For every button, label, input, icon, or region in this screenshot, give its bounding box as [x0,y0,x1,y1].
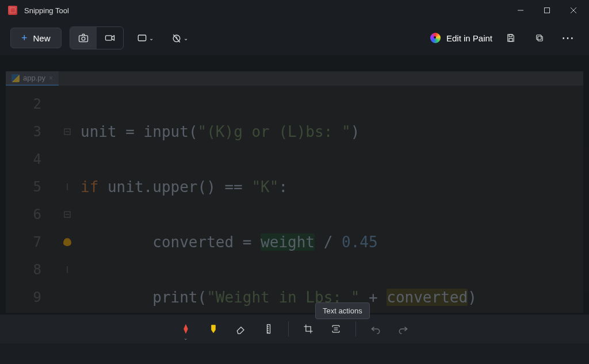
plus-icon: + [21,33,28,43]
line-number: 6 [6,201,41,228]
svg-point-5 [82,37,85,40]
eraser-tool-button[interactable] [228,316,254,342]
canvas-area: app.py × 2 3 4 5 6 7 8 9 [0,55,589,315]
code-text: unit = input("(K)g or (L)bs: ") if unit.… [76,86,583,313]
line-number: 8 [6,256,41,283]
pen-tool-button[interactable]: ⌄ [173,316,198,342]
titlebar: Snipping Tool [0,0,589,21]
save-button[interactable] [500,28,521,48]
edit-in-paint-button[interactable]: Edit in Paint [430,33,492,43]
captured-screenshot[interactable]: app.py × 2 3 4 5 6 7 8 9 [6,71,583,313]
ruler-tool-button[interactable] [256,316,281,342]
snip-shape-button[interactable]: ⌄ [132,27,158,49]
undo-button[interactable] [363,316,388,342]
ellipsis-icon: ⋯ [561,30,575,45]
line-number: 3 [6,118,41,145]
python-file-icon [12,74,20,82]
highlighter-tool-button[interactable] [201,316,226,342]
code-body: 2 3 4 5 6 7 8 9 [6,86,583,313]
svg-rect-12 [538,36,542,41]
gutter-markers [59,86,76,313]
text-actions-button[interactable] [323,316,349,342]
editor-tab-row: app.py × [6,71,583,86]
line-number: 7 [6,228,41,256]
svg-rect-6 [105,36,112,40]
maximize-button[interactable] [534,0,560,21]
delay-button[interactable]: ⌄ [166,27,193,49]
chevron-down-icon: ⌄ [183,335,188,341]
chevron-down-icon: ⌄ [149,35,154,41]
window-title: Snipping Tool [24,6,69,15]
fold-line [59,256,76,283]
line-number: 5 [6,173,41,201]
code-editor: app.py × 2 3 4 5 6 7 8 9 [6,71,583,313]
video-mode-button[interactable] [97,27,123,49]
app-icon [8,6,17,15]
main-toolbar: + New ⌄ ⌄ Edit in Paint ⋯ [0,21,589,55]
editor-tab[interactable]: app.py × [6,71,59,86]
svg-rect-7 [138,35,146,41]
svg-rect-10 [509,35,512,37]
edit-in-paint-label: Edit in Paint [446,33,492,43]
new-button[interactable]: + New [10,28,62,48]
copy-button[interactable] [529,28,550,48]
capture-mode-group [70,26,124,49]
bottom-toolbar: ⌄ [0,315,589,343]
fold-line [59,173,76,201]
paint-icon [430,33,441,43]
minimize-button[interactable] [507,0,534,21]
line-number-gutter: 2 3 4 5 6 7 8 9 [6,86,59,313]
fold-marker[interactable] [59,118,76,145]
new-button-label: New [33,33,51,43]
svg-rect-1 [545,8,550,13]
fold-marker[interactable] [59,201,76,228]
intention-bulb-icon[interactable] [59,228,76,256]
more-button[interactable]: ⋯ [558,28,579,48]
svg-rect-4 [79,36,87,42]
svg-rect-13 [537,35,541,40]
tab-filename: app.py [23,74,45,82]
crop-tool-button[interactable] [296,316,321,342]
close-button[interactable] [560,0,587,21]
line-number: 9 [6,283,41,311]
divider [355,321,356,336]
chevron-down-icon: ⌄ [183,35,188,41]
tooltip-text-actions: Text actions [315,302,370,319]
svg-rect-11 [509,39,512,41]
redo-button[interactable] [391,316,416,342]
divider [288,321,289,336]
line-number: 4 [6,145,41,173]
close-tab-icon[interactable]: × [49,74,53,82]
camera-mode-button[interactable] [70,27,97,49]
line-number: 2 [6,90,41,118]
